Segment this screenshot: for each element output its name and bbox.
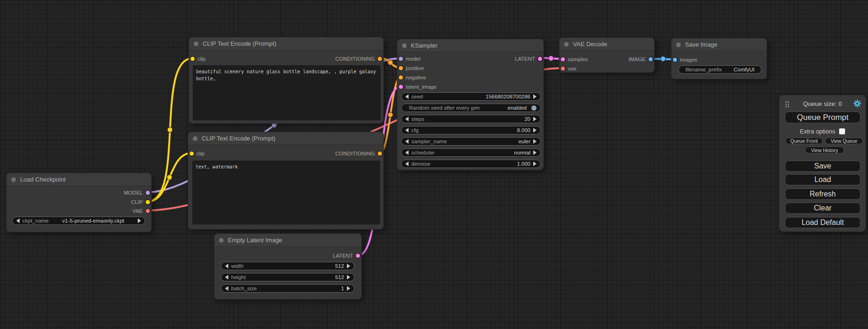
widget-decrement-icon[interactable] [405, 150, 409, 155]
wire-midpoint-dot [661, 56, 666, 62]
node-title: CLIP Text Encode (Prompt) [202, 135, 275, 142]
denoise-widget[interactable]: denoise 1.000 [401, 160, 541, 168]
widget-decrement-icon[interactable] [405, 117, 409, 121]
node-save-image[interactable]: Save Image images filename_prefix ComfyU… [671, 38, 767, 79]
widget-increment-icon[interactable] [347, 275, 350, 280]
widget-value: 512 [335, 263, 344, 269]
widget-value: v1-5-pruned-emaonly.ckpt [51, 218, 135, 224]
output-slot-latent[interactable] [538, 57, 542, 61]
collapse-dot-icon[interactable] [193, 136, 198, 141]
widget-increment-icon[interactable] [347, 264, 350, 268]
widget-increment-icon[interactable] [533, 150, 536, 155]
queue-panel: Queue size: 0 Queue Prompt Extra op [779, 95, 866, 232]
output-slot-image[interactable] [649, 57, 653, 62]
input-slot-negative[interactable] [399, 76, 403, 80]
collapse-dot-icon[interactable] [564, 42, 569, 47]
load-button[interactable]: Load [785, 174, 861, 185]
widget-name: seed [411, 94, 423, 99]
widget-name: denoise [411, 161, 430, 167]
output-slot-model[interactable] [146, 191, 150, 195]
collapse-dot-icon[interactable] [219, 238, 224, 243]
widget-decrement-icon[interactable] [405, 139, 409, 144]
queue-prompt-button[interactable]: Queue Prompt [785, 112, 861, 123]
input-slot-model[interactable] [399, 57, 403, 61]
node-title: Load Checkpoint [20, 176, 66, 183]
extra-options-checkbox[interactable] [839, 128, 845, 134]
width-widget[interactable]: width 512 [221, 262, 354, 270]
steps-widget[interactable]: steps 20 [401, 115, 541, 123]
input-slot-clip[interactable] [191, 57, 195, 61]
widget-decrement-icon[interactable] [16, 218, 20, 223]
queue-front-button[interactable]: Queue Front [785, 138, 823, 144]
filename-prefix-widget[interactable]: filename_prefix ComfyUI [678, 65, 762, 74]
widget-decrement-icon[interactable] [405, 161, 409, 166]
input-slot-clip[interactable] [190, 152, 194, 156]
widget-value: 1 [341, 286, 344, 291]
widget-increment-icon[interactable] [533, 161, 536, 166]
scheduler-widget[interactable]: scheduler normal [401, 148, 541, 157]
load-default-button[interactable]: Load Default [785, 217, 861, 228]
random-seed-widget[interactable]: Random seed after every gen enabled [401, 104, 541, 112]
widget-increment-icon[interactable] [347, 286, 350, 291]
cfg-widget[interactable]: cfg 8.000 [401, 126, 541, 134]
widget-name: cfg [411, 127, 418, 133]
prompt-textarea[interactable]: text, watermark [192, 161, 380, 224]
widget-decrement-icon[interactable] [225, 275, 228, 280]
node-load-checkpoint[interactable]: Load Checkpoint MODEL CLIP VAE ckpt_name… [6, 173, 152, 232]
output-slot-vae[interactable] [146, 209, 150, 213]
output-label-latent: LATENT [333, 253, 353, 259]
node-clip-text-encode-negative[interactable]: CLIP Text Encode (Prompt) clip CONDITION… [188, 132, 384, 230]
output-slot-conditioning[interactable] [378, 152, 382, 156]
wire-midpoint-dot [388, 112, 393, 118]
widget-name: ckpt_name [22, 218, 49, 224]
input-slot-positive[interactable] [399, 66, 403, 70]
ckpt-name-widget[interactable]: ckpt_name v1-5-pruned-emaonly.ckpt [12, 217, 145, 225]
node-clip-text-encode-positive[interactable]: CLIP Text Encode (Prompt) clip CONDITION… [189, 37, 384, 124]
node-vae-decode[interactable]: VAE Decode samples IMAGE vae [559, 37, 655, 73]
node-graph-canvas[interactable]: Load Checkpoint MODEL CLIP VAE ckpt_name… [0, 0, 868, 329]
view-history-button[interactable]: View History [805, 147, 844, 154]
input-label-clip: clip [198, 56, 205, 62]
widget-decrement-icon[interactable] [225, 264, 228, 268]
node-ksampler[interactable]: KSampler model LATENT positive negative … [397, 39, 544, 170]
output-label-image: IMAGE [628, 56, 646, 62]
input-label-model: model [406, 56, 420, 62]
prompt-textarea[interactable]: beautiful scenery nature glass bottle la… [193, 65, 381, 120]
height-widget[interactable]: height 512 [221, 273, 354, 281]
collapse-dot-icon[interactable] [676, 42, 681, 47]
node-empty-latent-image[interactable]: Empty Latent Image LATENT width 512 heig… [214, 233, 362, 300]
widget-name: Random seed after every gen [409, 105, 480, 111]
refresh-button[interactable]: Refresh [785, 189, 861, 200]
collapse-dot-icon[interactable] [194, 42, 198, 46]
sampler-name-widget[interactable]: sampler_name euler [401, 137, 541, 146]
output-slot-clip[interactable] [146, 200, 150, 204]
widget-increment-icon[interactable] [533, 128, 536, 133]
widget-decrement-icon[interactable] [225, 286, 228, 291]
widget-decrement-icon[interactable] [405, 128, 409, 133]
output-slot-conditioning[interactable] [378, 57, 382, 61]
widget-increment-icon[interactable] [138, 218, 141, 223]
widget-value: 8.000 [517, 127, 530, 133]
input-label-images: images [680, 57, 697, 63]
widget-increment-icon[interactable] [533, 139, 536, 144]
input-slot-samples[interactable] [561, 57, 565, 62]
output-slot-latent[interactable] [356, 254, 360, 258]
widget-increment-icon[interactable] [533, 117, 536, 121]
widget-increment-icon[interactable] [533, 94, 536, 99]
input-slot-images[interactable] [673, 58, 677, 62]
collapse-dot-icon[interactable] [402, 43, 407, 48]
output-label-latent: LATENT [515, 56, 535, 62]
batch-size-widget[interactable]: batch_size 1 [221, 284, 354, 293]
widget-decrement-icon[interactable] [405, 94, 409, 99]
node-title: Save Image [685, 41, 717, 48]
gear-icon[interactable] [853, 99, 861, 108]
seed-widget[interactable]: seed 156680208700286 [401, 92, 541, 101]
input-slot-latent-image[interactable] [399, 85, 403, 89]
clear-button[interactable]: Clear [785, 203, 861, 214]
input-slot-vae[interactable] [561, 67, 565, 71]
collapse-dot-icon[interactable] [11, 177, 16, 182]
view-queue-button[interactable]: View Queue [825, 138, 863, 144]
widget-value: 1.000 [517, 161, 530, 167]
save-button[interactable]: Save [785, 161, 861, 172]
toggle-icon[interactable] [531, 105, 536, 111]
